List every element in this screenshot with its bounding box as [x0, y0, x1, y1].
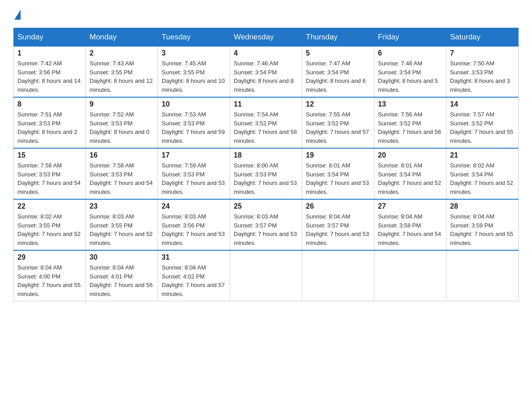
calendar-day-cell: 27 Sunrise: 8:04 AM Sunset: 3:58 PM Dayl…	[374, 199, 446, 250]
day-number: 9	[90, 100, 154, 108]
page-header	[13, 9, 519, 19]
day-info: Sunrise: 8:02 AM Sunset: 3:55 PM Dayligh…	[17, 212, 82, 247]
calendar-day-cell: 17 Sunrise: 7:59 AM Sunset: 3:53 PM Dayl…	[158, 148, 230, 199]
calendar-week-row: 8 Sunrise: 7:51 AM Sunset: 3:53 PM Dayli…	[14, 97, 519, 148]
day-info: Sunrise: 8:04 AM Sunset: 3:59 PM Dayligh…	[450, 212, 515, 247]
calendar-day-cell: 10 Sunrise: 7:53 AM Sunset: 3:53 PM Dayl…	[158, 97, 230, 148]
day-number: 30	[90, 253, 154, 261]
calendar-week-row: 15 Sunrise: 7:58 AM Sunset: 3:53 PM Dayl…	[14, 148, 519, 199]
calendar-day-cell: 7 Sunrise: 7:50 AM Sunset: 3:53 PM Dayli…	[446, 47, 519, 98]
calendar-day-cell: 30 Sunrise: 8:04 AM Sunset: 4:01 PM Dayl…	[86, 250, 158, 301]
calendar-day-cell: 24 Sunrise: 8:03 AM Sunset: 3:56 PM Dayl…	[158, 199, 230, 250]
day-info: Sunrise: 7:56 AM Sunset: 3:52 PM Dayligh…	[378, 110, 442, 145]
calendar-day-cell: 9 Sunrise: 7:52 AM Sunset: 3:53 PM Dayli…	[86, 97, 158, 148]
calendar-day-cell: 28 Sunrise: 8:04 AM Sunset: 3:59 PM Dayl…	[446, 199, 519, 250]
day-number: 21	[450, 151, 515, 159]
calendar-day-cell: 6 Sunrise: 7:48 AM Sunset: 3:54 PM Dayli…	[374, 47, 446, 98]
day-number: 5	[306, 49, 370, 57]
day-info: Sunrise: 7:54 AM Sunset: 3:52 PM Dayligh…	[234, 110, 298, 145]
day-info: Sunrise: 7:52 AM Sunset: 3:53 PM Dayligh…	[90, 110, 154, 145]
calendar-day-cell: 31 Sunrise: 8:04 AM Sunset: 4:02 PM Dayl…	[158, 250, 230, 301]
day-info: Sunrise: 7:47 AM Sunset: 3:54 PM Dayligh…	[306, 59, 370, 94]
calendar-day-cell: 12 Sunrise: 7:55 AM Sunset: 3:52 PM Dayl…	[302, 97, 374, 148]
calendar-day-cell: 8 Sunrise: 7:51 AM Sunset: 3:53 PM Dayli…	[14, 97, 86, 148]
calendar-day-cell: 3 Sunrise: 7:45 AM Sunset: 3:55 PM Dayli…	[158, 47, 230, 98]
calendar-day-cell: 25 Sunrise: 8:03 AM Sunset: 3:57 PM Dayl…	[230, 199, 302, 250]
day-info: Sunrise: 8:04 AM Sunset: 4:01 PM Dayligh…	[90, 263, 154, 298]
day-info: Sunrise: 7:58 AM Sunset: 3:53 PM Dayligh…	[90, 161, 154, 196]
day-number: 13	[378, 100, 442, 108]
day-info: Sunrise: 7:43 AM Sunset: 3:55 PM Dayligh…	[90, 59, 154, 94]
day-number: 6	[378, 49, 442, 57]
day-info: Sunrise: 8:04 AM Sunset: 3:57 PM Dayligh…	[306, 212, 370, 247]
day-number: 28	[450, 202, 515, 210]
day-number: 14	[450, 100, 515, 108]
calendar-day-cell: 22 Sunrise: 8:02 AM Sunset: 3:55 PM Dayl…	[14, 199, 86, 250]
day-number: 25	[234, 202, 298, 210]
day-number: 2	[90, 49, 154, 57]
calendar-day-cell: 19 Sunrise: 8:01 AM Sunset: 3:54 PM Dayl…	[302, 148, 374, 199]
day-number: 11	[234, 100, 298, 108]
day-info: Sunrise: 7:53 AM Sunset: 3:53 PM Dayligh…	[162, 110, 226, 145]
day-number: 17	[162, 151, 226, 159]
day-number: 27	[378, 202, 442, 210]
day-info: Sunrise: 7:48 AM Sunset: 3:54 PM Dayligh…	[378, 59, 442, 94]
day-info: Sunrise: 7:57 AM Sunset: 3:52 PM Dayligh…	[450, 110, 515, 145]
day-info: Sunrise: 7:46 AM Sunset: 3:54 PM Dayligh…	[234, 59, 298, 94]
day-info: Sunrise: 7:42 AM Sunset: 3:56 PM Dayligh…	[17, 59, 82, 94]
day-info: Sunrise: 8:02 AM Sunset: 3:54 PM Dayligh…	[450, 161, 515, 196]
weekday-header-sunday: Sunday	[14, 28, 86, 47]
day-number: 22	[17, 202, 82, 210]
day-number: 20	[378, 151, 442, 159]
weekday-header-wednesday: Wednesday	[230, 28, 302, 47]
weekday-header-tuesday: Tuesday	[158, 28, 230, 47]
weekday-header-monday: Monday	[86, 28, 158, 47]
calendar-day-cell: 1 Sunrise: 7:42 AM Sunset: 3:56 PM Dayli…	[14, 47, 86, 98]
calendar-day-cell: 23 Sunrise: 8:03 AM Sunset: 3:55 PM Dayl…	[86, 199, 158, 250]
calendar-week-row: 29 Sunrise: 8:04 AM Sunset: 4:00 PM Dayl…	[14, 250, 519, 301]
calendar-day-cell: 5 Sunrise: 7:47 AM Sunset: 3:54 PM Dayli…	[302, 47, 374, 98]
logo-triangle-icon	[14, 10, 21, 20]
day-info: Sunrise: 7:55 AM Sunset: 3:52 PM Dayligh…	[306, 110, 370, 145]
day-number: 8	[17, 100, 82, 108]
calendar-day-cell: 18 Sunrise: 8:00 AM Sunset: 3:53 PM Dayl…	[230, 148, 302, 199]
day-number: 18	[234, 151, 298, 159]
weekday-header-thursday: Thursday	[302, 28, 374, 47]
day-info: Sunrise: 7:50 AM Sunset: 3:53 PM Dayligh…	[450, 59, 515, 94]
calendar-day-cell: 2 Sunrise: 7:43 AM Sunset: 3:55 PM Dayli…	[86, 47, 158, 98]
calendar-day-cell: 21 Sunrise: 8:02 AM Sunset: 3:54 PM Dayl…	[446, 148, 519, 199]
day-number: 29	[17, 253, 82, 261]
weekday-header-saturday: Saturday	[446, 28, 519, 47]
day-number: 12	[306, 100, 370, 108]
day-info: Sunrise: 8:00 AM Sunset: 3:53 PM Dayligh…	[234, 161, 298, 196]
calendar-day-cell	[302, 250, 374, 301]
day-number: 15	[17, 151, 82, 159]
day-number: 19	[306, 151, 370, 159]
day-info: Sunrise: 7:45 AM Sunset: 3:55 PM Dayligh…	[162, 59, 226, 94]
day-number: 26	[306, 202, 370, 210]
day-number: 3	[162, 49, 226, 57]
logo	[13, 9, 21, 19]
calendar-day-cell: 20 Sunrise: 8:01 AM Sunset: 3:54 PM Dayl…	[374, 148, 446, 199]
day-number: 31	[162, 253, 226, 261]
calendar-table: SundayMondayTuesdayWednesdayThursdayFrid…	[13, 28, 519, 301]
calendar-day-cell	[446, 250, 519, 301]
day-info: Sunrise: 8:03 AM Sunset: 3:56 PM Dayligh…	[162, 212, 226, 247]
day-info: Sunrise: 8:04 AM Sunset: 3:58 PM Dayligh…	[378, 212, 442, 247]
day-number: 4	[234, 49, 298, 57]
day-info: Sunrise: 8:01 AM Sunset: 3:54 PM Dayligh…	[378, 161, 442, 196]
day-number: 1	[17, 49, 82, 57]
day-info: Sunrise: 7:58 AM Sunset: 3:53 PM Dayligh…	[17, 161, 82, 196]
calendar-day-cell: 4 Sunrise: 7:46 AM Sunset: 3:54 PM Dayli…	[230, 47, 302, 98]
day-info: Sunrise: 8:03 AM Sunset: 3:57 PM Dayligh…	[234, 212, 298, 247]
calendar-day-cell	[230, 250, 302, 301]
day-info: Sunrise: 8:04 AM Sunset: 4:02 PM Dayligh…	[162, 263, 226, 298]
calendar-day-cell: 13 Sunrise: 7:56 AM Sunset: 3:52 PM Dayl…	[374, 97, 446, 148]
weekday-header-friday: Friday	[374, 28, 446, 47]
calendar-day-cell: 26 Sunrise: 8:04 AM Sunset: 3:57 PM Dayl…	[302, 199, 374, 250]
day-info: Sunrise: 7:59 AM Sunset: 3:53 PM Dayligh…	[162, 161, 226, 196]
calendar-week-row: 22 Sunrise: 8:02 AM Sunset: 3:55 PM Dayl…	[14, 199, 519, 250]
calendar-week-row: 1 Sunrise: 7:42 AM Sunset: 3:56 PM Dayli…	[14, 47, 519, 98]
day-number: 24	[162, 202, 226, 210]
day-number: 16	[90, 151, 154, 159]
